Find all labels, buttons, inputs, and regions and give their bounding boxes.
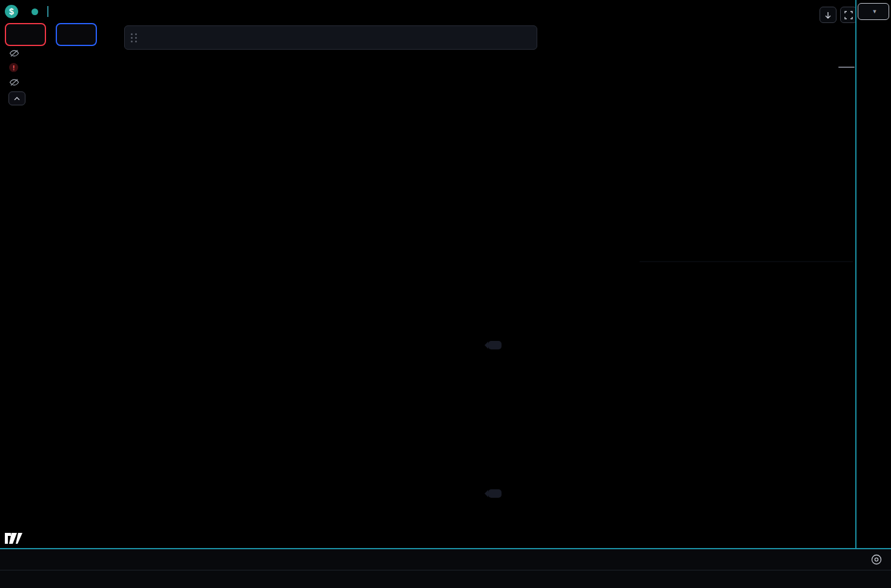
toolbar-drag-handle[interactable] [131,33,137,42]
header-divider [47,6,48,17]
collapse-indicators-button[interactable] [8,91,25,105]
drawing-toolbar [124,25,537,50]
timeline-settings-icon[interactable] [870,553,883,566]
chevron-down-icon: ▼ [872,8,878,15]
cot-sentiment-tooltip [488,489,502,498]
symbol-header: $ [5,5,58,18]
cot-sentiment-canvas[interactable] [0,443,855,548]
scroll-to-recent-button[interactable] [820,7,836,23]
fullscreen-button[interactable] [840,7,857,23]
cot-retail-canvas[interactable] [0,331,855,443]
time-axis[interactable] [0,548,891,571]
eye-hidden-icon[interactable] [9,49,19,58]
sell-button[interactable] [5,23,46,46]
bottom-toolbar [0,570,891,588]
tradingview-logo[interactable] [5,532,23,545]
indicator-row-svp[interactable] [5,49,19,58]
usd-dropdown[interactable]: ▼ [858,3,889,20]
eye-hidden-icon[interactable] [9,78,19,87]
vol-warning-icon[interactable]: ! [9,63,18,72]
market-status-icon[interactable] [31,8,38,15]
indicator-row-vol[interactable]: ! [5,63,18,72]
trading-terminal: $ ! [0,0,891,588]
zyklus-table [640,261,853,262]
price-scale[interactable] [855,0,891,548]
cot-retail-tooltip [488,341,502,349]
seasonality-chart-canvas[interactable] [0,218,855,331]
dxy-badge [838,67,855,68]
indicator-row-luxalgo[interactable] [5,78,19,87]
dollar-coin-icon: $ [5,5,18,18]
buy-button[interactable] [56,23,97,46]
trade-buttons [5,23,97,46]
